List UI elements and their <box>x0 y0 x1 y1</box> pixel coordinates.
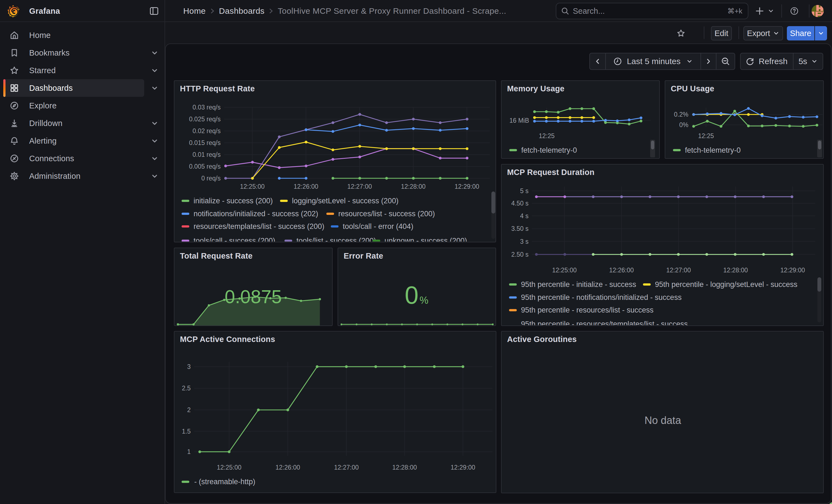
svg-text:4.50 s: 4.50 s <box>511 200 528 207</box>
svg-text:12:25: 12:25 <box>539 132 555 139</box>
svg-text:12:28:00: 12:28:00 <box>401 183 426 190</box>
svg-text:12:27:00: 12:27:00 <box>347 183 372 190</box>
svg-text:0 req/s: 0 req/s <box>201 175 220 182</box>
svg-text:95th percentile - resources/te: 95th percentile - resources/templates/li… <box>521 320 688 325</box>
svg-text:0.005 req/s: 0.005 req/s <box>189 163 220 170</box>
svg-text:0.015 req/s: 0.015 req/s <box>189 139 220 147</box>
svg-text:- (streamable-http): - (streamable-http) <box>194 478 255 486</box>
svg-text:3: 3 <box>187 363 191 370</box>
svg-text:12:25: 12:25 <box>698 132 714 139</box>
svg-text:12:28:00: 12:28:00 <box>392 464 417 471</box>
svg-text:fetch-telemetry-0: fetch-telemetry-0 <box>521 146 577 154</box>
svg-text:3.50 s: 3.50 s <box>511 225 528 232</box>
svg-text:12:26:00: 12:26:00 <box>609 267 634 274</box>
svg-text:1.5: 1.5 <box>182 428 191 435</box>
svg-text:3 s: 3 s <box>520 238 528 245</box>
svg-text:16 MiB: 16 MiB <box>509 117 529 124</box>
svg-text:notifications/initialized - su: notifications/initialized - success (202… <box>193 210 318 218</box>
svg-text:12:28:00: 12:28:00 <box>723 267 748 274</box>
svg-text:resources/templates/list - suc: resources/templates/list - success (200) <box>193 222 324 231</box>
svg-text:12:25:00: 12:25:00 <box>240 183 265 190</box>
svg-text:95th percentile - notification: 95th percentile - notifications/initiali… <box>521 293 682 301</box>
svg-text:0.0875: 0.0875 <box>225 286 282 307</box>
svg-text:resources/list - success (200): resources/list - success (200) <box>338 210 435 218</box>
svg-text:%: % <box>420 295 428 306</box>
svg-text:1: 1 <box>187 448 191 455</box>
svg-text:0.025 req/s: 0.025 req/s <box>189 115 220 123</box>
svg-text:12:27:00: 12:27:00 <box>334 464 359 471</box>
svg-text:95th percentile - resources/li: 95th percentile - resources/list - succe… <box>521 306 654 314</box>
svg-text:2.5: 2.5 <box>182 384 191 392</box>
svg-text:0.01 req/s: 0.01 req/s <box>192 151 220 158</box>
svg-text:2.50 s: 2.50 s <box>511 251 528 258</box>
svg-text:12:26:00: 12:26:00 <box>293 183 318 190</box>
svg-text:0.03 req/s: 0.03 req/s <box>192 104 220 111</box>
svg-text:0: 0 <box>405 282 418 309</box>
svg-text:tools/list - success (200): tools/list - success (200) <box>296 237 376 242</box>
svg-text:12:25:00: 12:25:00 <box>552 267 577 274</box>
svg-text:initialize - success (200): initialize - success (200) <box>193 197 272 205</box>
svg-text:tools/call - error (404): tools/call - error (404) <box>343 222 414 231</box>
svg-text:12:25:00: 12:25:00 <box>217 464 241 471</box>
svg-text:12:29:00: 12:29:00 <box>780 267 805 274</box>
svg-text:12:29:00: 12:29:00 <box>451 464 475 471</box>
svg-text:2: 2 <box>187 406 191 414</box>
svg-text:0.2%: 0.2% <box>674 111 688 118</box>
svg-text:0%: 0% <box>679 121 688 129</box>
svg-text:0.02 req/s: 0.02 req/s <box>192 127 220 135</box>
svg-text:12:27:00: 12:27:00 <box>666 267 691 274</box>
svg-text:95th percentile - logging/setL: 95th percentile - logging/setLevel - suc… <box>655 280 797 289</box>
svg-text:12:26:00: 12:26:00 <box>276 464 300 471</box>
svg-text:unknown - success (200): unknown - success (200) <box>384 237 467 242</box>
svg-text:tools/call - success (200): tools/call - success (200) <box>193 237 275 242</box>
svg-text:12:29:00: 12:29:00 <box>454 183 479 190</box>
svg-text:5 s: 5 s <box>520 187 528 194</box>
svg-text:4 s: 4 s <box>520 212 528 219</box>
svg-text:fetch-telemetry-0: fetch-telemetry-0 <box>685 146 740 154</box>
svg-text:95th percentile - initialize -: 95th percentile - initialize - success <box>521 280 636 289</box>
svg-text:logging/setLevel - success (20: logging/setLevel - success (200) <box>292 197 398 205</box>
